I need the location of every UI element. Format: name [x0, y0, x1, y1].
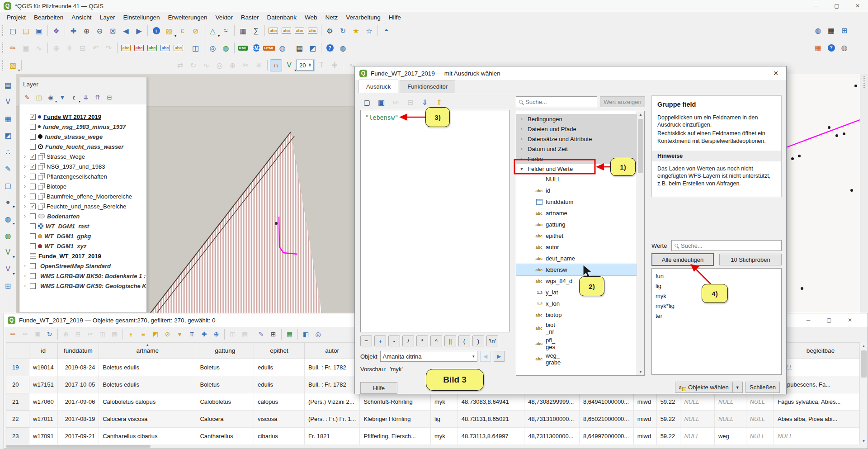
column-header[interactable]: begleitbae	[774, 343, 867, 359]
zoom-next-button[interactable]: ▶	[133, 25, 145, 37]
cell[interactable]: 2017-09-06	[57, 393, 99, 411]
layer-checkbox[interactable]	[30, 164, 36, 170]
cell[interactable]: Bull. : Fr. 1782	[304, 359, 359, 376]
expr-field-item[interactable]: funddatum	[516, 196, 644, 208]
expr-field-item[interactable]: abcweg_ grabe	[516, 351, 644, 367]
cell[interactable]: 59.22	[656, 428, 680, 445]
project-new-button[interactable]: ▢	[7, 25, 19, 37]
expr-group-item[interactable]: ›Datensätze und Attribute	[516, 134, 644, 144]
refresh-map-button[interactable]: ↻	[337, 25, 349, 37]
help-contents-button[interactable]: ?	[324, 42, 336, 54]
expander-icon[interactable]: ›	[22, 163, 28, 170]
expander-icon[interactable]: ›	[22, 213, 28, 219]
expander-icon[interactable]: ›	[22, 153, 28, 160]
expr-field-item[interactable]: abcdeut_name	[516, 253, 644, 264]
help-button[interactable]: Hilfe	[360, 382, 397, 394]
cell[interactable]: myk	[430, 428, 458, 445]
metasearch-button[interactable]: ◎	[207, 42, 219, 54]
show-bookmarks-button[interactable]: ☆	[363, 25, 375, 37]
layer-item[interactable]: WT_DGM1_gpkg	[20, 231, 146, 241]
cell[interactable]: NULL	[746, 428, 774, 445]
expr-field-item[interactable]: abclebensw	[516, 264, 644, 275]
cell[interactable]: weg	[714, 428, 746, 445]
layer-checkbox[interactable]	[30, 273, 36, 279]
cell[interactable]: miwd	[633, 393, 656, 411]
layer-item[interactable]: ›Bodenarten	[20, 211, 146, 221]
cell[interactable]: edulis	[254, 376, 305, 393]
expand-all-button[interactable]: ⇊	[80, 92, 91, 103]
scroll-down-icon[interactable]: ▼	[860, 437, 868, 444]
attr-organize-columns-button[interactable]: ▦	[284, 329, 295, 340]
expr-field-item[interactable]: abcautor	[516, 241, 644, 253]
function-search[interactable]	[516, 96, 597, 107]
add-pointcloud-layer-button[interactable]: ∴	[2, 146, 14, 158]
expr-group-item[interactable]: ›Datum und Zeit	[516, 144, 644, 154]
style-manager-button[interactable]: ❖	[50, 25, 62, 37]
cell[interactable]: Schönfuß-Röhrling	[360, 393, 431, 411]
cell[interactable]: NULL	[680, 393, 714, 411]
zoom-out-button[interactable]: ⊖	[94, 25, 106, 37]
filter-by-expression-button[interactable]: ε	[69, 92, 80, 103]
menu-bearbeiten[interactable]: Bearbeiten	[30, 13, 67, 22]
cell[interactable]: ula pubescens, Fa...	[774, 376, 867, 393]
cell[interactable]: NULL	[746, 411, 774, 428]
cell[interactable]: cibarius	[254, 428, 305, 445]
layer-checkbox[interactable]	[30, 144, 36, 150]
attr-filter-form-button[interactable]: ▼	[174, 329, 185, 340]
cell[interactable]: NULL	[680, 411, 714, 428]
cell[interactable]: Cantharellus cibarius	[99, 428, 196, 445]
snap-tolerance-input[interactable]: 20▲▼	[297, 60, 314, 71]
layer-checkbox[interactable]	[30, 184, 36, 189]
filter-legend-button[interactable]: ▼	[57, 92, 68, 103]
menu-erweiterungen[interactable]: Erweiterungen	[164, 13, 211, 22]
expression-editor[interactable]: "lebensw"	[360, 110, 509, 332]
cell[interactable]: Calocera	[196, 411, 254, 428]
scrollbar-thumb[interactable]	[861, 350, 867, 378]
new-expression-button[interactable]: ▢	[361, 96, 373, 109]
grid-tools-button[interactable]: ▦	[825, 24, 837, 37]
add-wfs-layer-button[interactable]: V	[2, 246, 14, 258]
export-kmz-button[interactable]: KMZ	[250, 42, 262, 54]
menu-ansicht[interactable]: Ansicht	[67, 13, 95, 22]
attr-move-selection-top-button[interactable]: ⇈	[186, 329, 198, 340]
layer-checkbox[interactable]	[30, 223, 36, 229]
scroll-down-icon[interactable]: ▼	[637, 369, 644, 375]
attr-toggle-editing-button[interactable]: ✏	[7, 329, 19, 340]
spinner-icon[interactable]: ▲▼	[308, 63, 311, 67]
cell[interactable]: 2017-10-05	[57, 376, 99, 393]
layer-item[interactable]: Funde WT 2017 2019	[20, 112, 146, 122]
layer-checkbox[interactable]	[30, 174, 36, 180]
menu-web[interactable]: Web	[301, 13, 321, 22]
table-row[interactable]: 21w170602017-09-06Caloboletus calopusCal…	[6, 393, 868, 411]
select-features-dropdown[interactable]: ▼	[733, 382, 743, 393]
layer-labeling-button[interactable]: abc	[267, 25, 279, 37]
add-arcgis-layer-button[interactable]: V	[2, 263, 14, 275]
cell[interactable]: 48,7313100000...	[524, 411, 580, 428]
layer-diagram-button[interactable]: abc	[280, 25, 292, 37]
cell[interactable]: Caloboletus calopus	[99, 393, 196, 411]
layer-item[interactable]: ›Biotope	[20, 181, 146, 191]
cell[interactable]: viscosa	[254, 411, 305, 428]
expr-field-item[interactable]: abcpfl_ ges	[516, 336, 644, 351]
layer-item[interactable]: ›Pflanzengesellschaften	[20, 171, 146, 181]
layer-item[interactable]: Funde_WT_2017_2019	[20, 251, 146, 261]
layer-checkbox[interactable]	[30, 263, 36, 269]
cell[interactable]: w17151	[29, 376, 58, 393]
layer-item[interactable]: funde_strasse_wege	[20, 132, 146, 142]
layer-checkbox[interactable]	[30, 154, 36, 160]
column-header[interactable]: artname▲	[99, 343, 196, 359]
snap-mode-button[interactable]: V	[283, 59, 295, 71]
op-newline-button[interactable]: '\n'	[486, 336, 498, 346]
tab-funktionseditor[interactable]: Funktionseditor	[400, 80, 455, 93]
layer-item[interactable]: ›WMS LGRB-BW GK50: Geologische Ka	[20, 281, 146, 291]
layer-checkbox[interactable]	[30, 283, 36, 289]
pan-map-button[interactable]: ✚	[67, 25, 80, 37]
cell[interactable]: 48,7311300000...	[524, 428, 580, 445]
add-postgis-layer-button[interactable]: ●	[2, 196, 14, 208]
cell[interactable]: calopus	[254, 393, 305, 411]
layer-item[interactable]: ›WMS LGRB-BW BK50: Bodenkarte 1 :	[20, 271, 146, 281]
expr-field-item[interactable]: 1.2x_lon	[516, 298, 644, 309]
menu-netz[interactable]: Netz	[321, 13, 342, 22]
toggle-editing-button[interactable]: ✏	[7, 42, 19, 54]
cell[interactable]: Calocera viscosa	[99, 411, 196, 428]
